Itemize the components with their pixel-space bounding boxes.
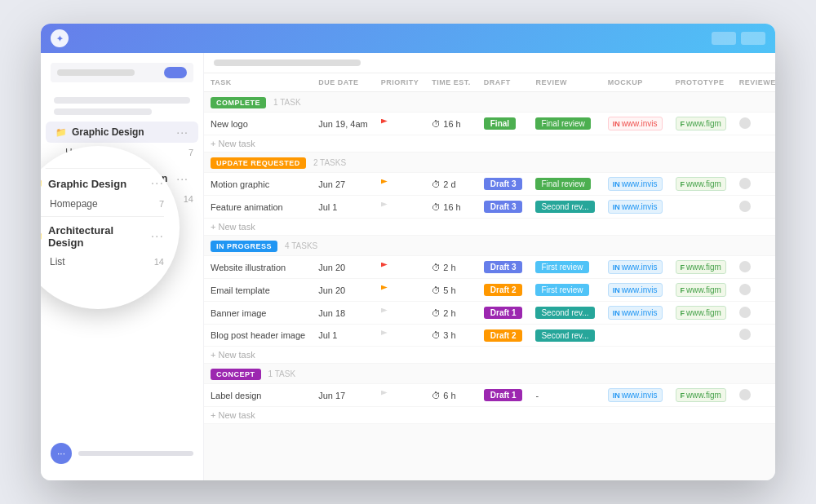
priority-flag <box>381 330 388 338</box>
table-row[interactable]: Email template Jun 20 ⏱ 5 h Draft 2 Firs… <box>204 279 775 302</box>
content-area: TASK DUE DATE PRIORITY TIME EST. DRAFT R… <box>204 53 775 480</box>
proto-cell: F www.figm <box>669 256 733 279</box>
zoom-label-architectural: Architectural Design <box>48 224 151 249</box>
reviewer-cell <box>733 113 775 135</box>
time-est: ⏱ 2 h <box>425 302 477 325</box>
window-controls <box>712 32 765 45</box>
draft-cell: Draft 2 <box>477 325 530 347</box>
priority-cell <box>375 173 426 196</box>
chat-bubble[interactable]: ··· <box>51 443 72 464</box>
review-cell: Second rev... <box>529 196 601 219</box>
mockup-link[interactable]: IN www.invis <box>608 177 663 191</box>
time-est: ⏱ 5 h <box>425 279 477 302</box>
sidebar-item-more-graphic[interactable]: ··· <box>176 126 188 139</box>
add-task-row-concept[interactable]: + New task <box>204 407 775 424</box>
section-badge-concept: CONCEPT <box>211 369 261 380</box>
add-task-row-in-progress[interactable]: + New task <box>204 347 775 364</box>
mockup-link[interactable]: IN www.invis <box>608 306 663 320</box>
table-row[interactable]: Motion graphic Jun 27 ⏱ 2 d Draft 3 Fina… <box>204 173 775 196</box>
reviewer-dot <box>739 117 751 129</box>
table-row[interactable]: Website illustration Jun 20 ⏱ 2 h Draft … <box>204 256 775 279</box>
sidebar-footer: ··· <box>41 436 203 471</box>
proto-link[interactable]: F www.figm <box>676 260 726 274</box>
section-badge-complete: COMPLETE <box>211 97 266 108</box>
zoom-subitem-list[interactable]: List 14 <box>41 253 164 271</box>
proto-link[interactable]: F www.figm <box>676 388 726 402</box>
due-date: Jun 27 <box>312 173 375 196</box>
section-count-concept: 1 TASK <box>268 369 296 378</box>
content-header <box>204 53 775 73</box>
add-task-cell-complete[interactable]: + New task <box>204 135 775 153</box>
col-header-task: TASK <box>204 73 312 92</box>
zoom-folder-icon-architectural: 📁 <box>41 232 43 242</box>
section-count-in-progress: 4 TASKS <box>285 241 317 250</box>
add-task-cell-concept[interactable]: + New task <box>204 407 775 424</box>
proto-link[interactable]: F www.figm <box>676 306 726 320</box>
sidebar-search[interactable] <box>51 63 193 82</box>
proto-link[interactable]: F www.figm <box>676 283 726 297</box>
table-row[interactable]: Blog post header image Jul 1 ⏱ 3 h Draft… <box>204 325 775 347</box>
sidebar-item-graphic-design[interactable]: 📁 Graphic Design ··· <box>46 122 198 143</box>
app-window: ✦ 📁 Graphic Design · <box>41 24 775 480</box>
task-name: Website illustration <box>204 256 312 279</box>
draft-badge: Draft 3 <box>484 178 523 190</box>
reviewer-dot <box>739 201 751 212</box>
priority-cell <box>375 384 426 407</box>
zoom-subcount-homepage: 7 <box>159 199 164 209</box>
priority-flag <box>381 391 388 399</box>
due-date: Jun 20 <box>312 256 375 279</box>
proto-link[interactable]: F www.figm <box>676 177 726 191</box>
section-header-cell-in-progress: IN PROGRESS 4 TASKS <box>204 236 775 256</box>
table-row[interactable]: Label design Jun 17 ⏱ 6 h Draft 1 - IN w… <box>204 384 775 407</box>
review-badge: Final review <box>535 178 590 190</box>
draft-cell: Draft 3 <box>477 256 530 279</box>
draft-badge: Draft 2 <box>484 329 523 342</box>
sidebar-item-more-architectural[interactable]: ··· <box>176 172 188 185</box>
mockup-link[interactable]: IN www.invis <box>608 388 663 402</box>
proto-link[interactable]: F www.figm <box>676 117 726 130</box>
proto-cell: F www.figm <box>669 113 733 135</box>
zoom-more-graphic[interactable]: ··· <box>151 176 164 191</box>
window-btn-2[interactable] <box>741 32 765 45</box>
table-row[interactable]: Banner image Jun 18 ⏱ 2 h Draft 1 Second… <box>204 302 775 325</box>
zoom-subitem-homepage[interactable]: Homepage 7 <box>41 195 164 213</box>
mockup-link[interactable]: IN www.invis <box>608 260 663 274</box>
add-task-cell-update-requested[interactable]: + New task <box>204 219 775 236</box>
mockup-cell: IN www.invis <box>601 196 669 219</box>
mockup-cell: IN www.invis <box>601 302 669 325</box>
task-name: Label design <box>204 384 312 407</box>
app-logo: ✦ <box>51 29 69 47</box>
add-task-row-update-requested[interactable]: + New task <box>204 219 775 236</box>
search-bar-placeholder <box>57 69 135 76</box>
due-date: Jun 20 <box>312 279 375 302</box>
zoom-label-graphic: Graphic Design <box>48 178 151 190</box>
time-est: ⏱ 16 h <box>425 196 477 219</box>
section-header-cell-concept: CONCEPT 1 TASK <box>204 364 775 384</box>
add-task-cell-in-progress[interactable]: + New task <box>204 347 775 364</box>
mockup-link[interactable]: IN www.invis <box>608 117 663 130</box>
mockup-cell: IN www.invis <box>601 113 669 135</box>
mockup-link[interactable]: IN www.invis <box>608 283 663 297</box>
zoom-more-architectural[interactable]: ··· <box>151 229 164 244</box>
zoom-item-architectural[interactable]: 📁 Architectural Design ··· <box>41 220 164 253</box>
window-btn-1[interactable] <box>712 32 736 45</box>
search-toggle[interactable] <box>164 67 187 78</box>
section-badge-in-progress: IN PROGRESS <box>211 241 277 252</box>
review-cell: Second rev... <box>529 302 601 325</box>
section-header-cell-update-requested: UPDATE REQUESTED 2 TASKS <box>204 153 775 173</box>
task-table: TASK DUE DATE PRIORITY TIME EST. DRAFT R… <box>204 73 775 424</box>
time-est: ⏱ 6 h <box>425 384 477 407</box>
draft-cell: Draft 2 <box>477 279 530 302</box>
mockup-link[interactable]: IN www.invis <box>608 200 663 214</box>
due-date: Jun 18 <box>312 302 375 325</box>
table-row[interactable]: New logo Jun 19, 4am ⏱ 16 h Final Final … <box>204 113 775 135</box>
draft-cell: Draft 3 <box>477 196 530 219</box>
priority-flag <box>381 119 388 127</box>
reviewer-cell <box>733 325 775 347</box>
section-header-cell-complete: COMPLETE 1 TASK <box>204 92 775 113</box>
col-header-review: REVIEW <box>529 73 601 92</box>
draft-cell: Draft 1 <box>477 302 530 325</box>
zoom-item-graphic[interactable]: 📁 Graphic Design ··· <box>41 172 164 195</box>
table-row[interactable]: Feature animation Jul 1 ⏱ 16 h Draft 3 S… <box>204 196 775 219</box>
add-task-row-complete[interactable]: + New task <box>204 135 775 153</box>
